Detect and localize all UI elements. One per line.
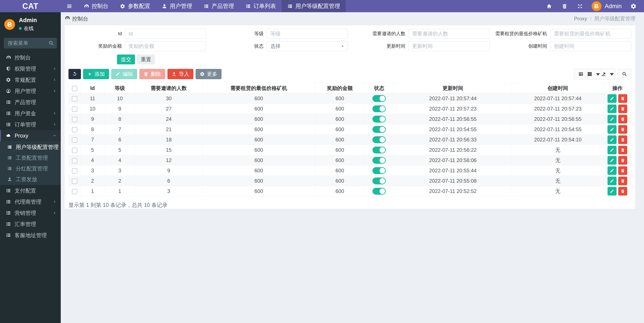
sidebar-item-user-level-config[interactable]: 用户等级配置管理 xyxy=(0,142,61,152)
sidebar-item-exchange-rate-management[interactable]: 汇率管理 xyxy=(0,218,61,230)
content-header: 控制台 xyxy=(64,15,88,22)
breadcrumb-parent[interactable]: Proxy xyxy=(574,16,587,22)
sidebar-item-service-address-management[interactable]: 客服地址管理 xyxy=(0,230,61,241)
row-delete-button[interactable] xyxy=(618,125,627,134)
row-edit-button[interactable] xyxy=(608,104,616,113)
row-edit-button[interactable] xyxy=(608,177,616,185)
update-time-input[interactable] xyxy=(408,41,490,51)
user-menu[interactable]: Ƀ Admin xyxy=(588,1,626,11)
navbar-item-user-management[interactable]: 用户管理 xyxy=(156,0,198,12)
sidebar-item-salary-payout[interactable]: 工资发放 xyxy=(0,174,61,184)
sidebar-item-agent-management[interactable]: 代理商管理 xyxy=(0,196,61,207)
profile-name: Admin xyxy=(19,17,37,24)
row-delete-button[interactable] xyxy=(618,115,627,124)
online-status-dot xyxy=(19,27,22,30)
navbar-item-params-config[interactable]: 参数配置 xyxy=(114,0,156,12)
more-button[interactable]: 更多 xyxy=(196,69,222,79)
min-rent-price-input[interactable] xyxy=(550,29,631,39)
status-toggle-on[interactable] xyxy=(372,188,386,195)
status-toggle-on[interactable] xyxy=(372,95,386,102)
create-time-input[interactable] xyxy=(550,41,631,51)
row-edit-button[interactable] xyxy=(608,125,616,134)
sidebar-item-permission-management[interactable]: 权限管理 xyxy=(0,63,61,74)
select-all-checkbox[interactable] xyxy=(72,86,77,91)
row-edit-button[interactable] xyxy=(608,166,616,175)
sidebar-toggle-button[interactable] xyxy=(61,0,78,12)
invite-count-input[interactable] xyxy=(408,29,490,39)
level-input[interactable] xyxy=(266,29,348,39)
sidebar-item-order-management[interactable]: 订单管理 xyxy=(0,119,61,130)
toggle-knob xyxy=(380,158,385,163)
row-checkbox[interactable] xyxy=(72,168,77,174)
reward-amount-input[interactable] xyxy=(125,41,206,51)
row-delete-button[interactable] xyxy=(618,104,627,113)
status-select[interactable]: 选择 xyxy=(266,41,348,51)
status-toggle-on[interactable] xyxy=(372,116,386,122)
status-toggle-on[interactable] xyxy=(372,136,386,143)
row-edit-button[interactable] xyxy=(608,94,616,103)
row-checkbox[interactable] xyxy=(72,96,77,102)
sidebar-item-marketing-management[interactable]: 营销管理 xyxy=(0,207,61,218)
menu-search-button[interactable] xyxy=(48,40,55,47)
trash-button[interactable] xyxy=(557,0,572,12)
row-checkbox[interactable] xyxy=(72,117,77,122)
row-delete-button[interactable] xyxy=(618,156,627,164)
sidebar-item-general-config[interactable]: 常规配置 xyxy=(0,74,61,86)
add-button[interactable]: 添加 xyxy=(83,69,109,79)
row-delete-button[interactable] xyxy=(618,136,627,144)
delete-button[interactable]: 删除 xyxy=(139,69,165,79)
sidebar-item-dividend-config[interactable]: 分红配置管理 xyxy=(0,163,61,174)
navbar-item-order-list[interactable]: 订单列表 xyxy=(240,0,282,12)
row-checkbox[interactable] xyxy=(72,127,77,132)
toggle-knob xyxy=(380,178,385,184)
sidebar-item-user-funds[interactable]: 用户资金 xyxy=(0,108,61,119)
submit-button[interactable]: 提交 xyxy=(117,54,135,64)
row-checkbox[interactable] xyxy=(72,137,77,143)
status-toggle-on[interactable] xyxy=(372,146,386,154)
navbar-item-dashboard[interactable]: 控制台 xyxy=(78,0,114,12)
row-checkbox[interactable] xyxy=(72,106,77,112)
home-button[interactable] xyxy=(542,0,557,12)
row-delete-button[interactable] xyxy=(618,146,627,154)
row-edit-button[interactable] xyxy=(608,187,616,196)
navbar-item-product-management[interactable]: 产品管理 xyxy=(198,0,240,12)
row-checkbox[interactable] xyxy=(72,189,77,194)
status-toggle-on[interactable] xyxy=(372,178,386,184)
row-checkbox[interactable] xyxy=(72,158,77,163)
row-edit-button[interactable] xyxy=(608,156,616,164)
edit-button[interactable]: 编辑 xyxy=(111,69,137,79)
brand-logo[interactable]: CAT xyxy=(0,0,61,12)
row-delete-button[interactable] xyxy=(618,187,627,196)
row-edit-button[interactable] xyxy=(608,146,616,154)
columns-button[interactable] xyxy=(588,69,602,79)
cell-update-time: 2022-07-11 20:54:55 xyxy=(394,124,512,134)
row-delete-button[interactable] xyxy=(618,177,627,185)
sidebar-item-proxy[interactable]: Proxy xyxy=(0,130,61,141)
row-checkbox[interactable] xyxy=(72,148,77,153)
status-toggle-on[interactable] xyxy=(372,106,386,112)
reset-button[interactable]: 重置 xyxy=(137,54,155,64)
chevron-left-icon-wrap xyxy=(52,89,56,93)
row-checkbox[interactable] xyxy=(72,178,77,184)
import-button[interactable]: 导入 xyxy=(168,69,194,79)
row-delete-button[interactable] xyxy=(618,94,627,103)
fullscreen-button[interactable] xyxy=(572,0,588,12)
status-toggle-on[interactable] xyxy=(372,167,386,174)
row-delete-button[interactable] xyxy=(618,166,627,175)
sidebar-item-dashboard[interactable]: 控制台 xyxy=(0,52,61,63)
toggle-pagination-button[interactable] xyxy=(574,69,588,79)
row-edit-button[interactable] xyxy=(608,115,616,124)
sidebar-item-payment-config[interactable]: 支付配置 xyxy=(0,185,61,196)
settings-button[interactable] xyxy=(626,0,642,12)
export-button[interactable] xyxy=(602,69,615,79)
sidebar-item-salary-config[interactable]: 工资配置管理 xyxy=(0,152,61,163)
sidebar-item-product-management[interactable]: 产品管理 xyxy=(0,96,61,108)
id-input[interactable] xyxy=(125,29,206,39)
refresh-button[interactable] xyxy=(68,69,81,79)
status-toggle-on[interactable] xyxy=(372,126,386,133)
navbar-item-user-level-config[interactable]: 用户等级配置管理 xyxy=(282,0,346,12)
row-edit-button[interactable] xyxy=(608,136,616,144)
table-search-button[interactable] xyxy=(618,69,631,79)
sidebar-item-user-management[interactable]: 用户管理 xyxy=(0,86,61,96)
status-toggle-on[interactable] xyxy=(372,157,386,164)
